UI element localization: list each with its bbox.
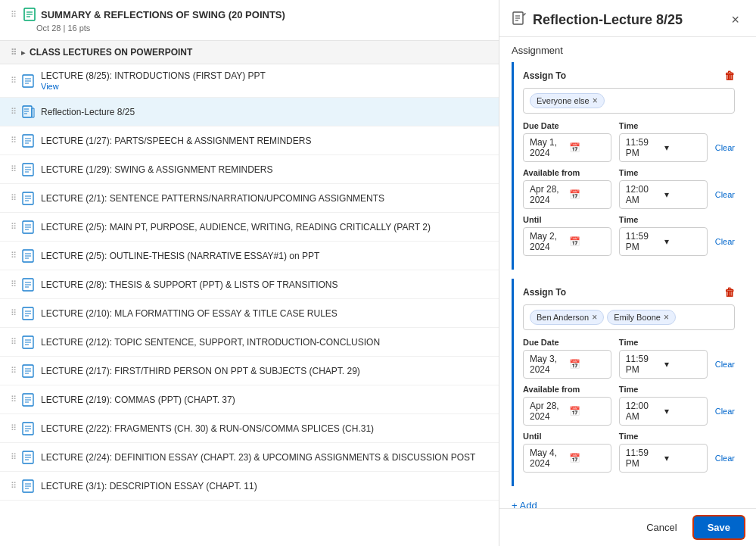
course-item-3[interactable]: ⠿ LECTURE (1/29): SWING & ASSIGNMENT REM… [0, 155, 499, 184]
until-clear-2[interactable]: Clear [715, 454, 735, 463]
course-item-1[interactable]: ⠿ Reflection-Lecture 8/25 [0, 98, 499, 126]
file-icon-12 [21, 422, 35, 435]
right-panel: Reflection-Lecture 8/25 × Assignment Ass… [499, 0, 756, 546]
file-icon-3 [21, 163, 35, 176]
until-time-chevron-2: ▾ [664, 453, 700, 463]
available-from-input-1[interactable]: Apr 28, 2024 📅 [523, 180, 611, 209]
until-label-2: Until [523, 432, 611, 441]
until-input-1[interactable]: May 2, 2024 📅 [523, 227, 611, 256]
drag-handle-item-8: ⠿ [11, 308, 17, 318]
file-icon-5 [21, 220, 35, 234]
item-text-8: LECTURE (2/10): MLA FORMATTING OF ESSAY … [41, 308, 338, 319]
item-text-0: LECTURE (8/25): INTRODUCTIONS (FIRST DAY… [41, 70, 266, 81]
until-row-2: Until May 4, 2024 📅 Time 11:59 PM ▾ Clea… [523, 432, 735, 473]
until-input-2[interactable]: May 4, 2024 📅 [523, 444, 611, 473]
due-date-clear-2[interactable]: Clear [715, 360, 735, 369]
tag-ben-anderson-remove[interactable]: × [592, 312, 597, 323]
tag-emily-boone: Emily Boone × [607, 310, 676, 325]
available-from-time-input-1[interactable]: 12:00 AM ▾ [619, 180, 708, 209]
due-date-col-1: Due Date May 1, 2024 📅 [523, 121, 611, 162]
due-time-label-2: Time [619, 338, 708, 347]
course-item-11[interactable]: ⠿ LECTURE (2/19): COMMAS (PPT) (CHAPT. 3… [0, 385, 499, 414]
available-from-time-input-2[interactable]: 12:00 AM ▾ [619, 397, 708, 426]
course-item-10[interactable]: ⠿ LECTURE (2/17): FIRST/THIRD PERSON ON … [0, 357, 499, 385]
course-item-13[interactable]: ⠿ LECTURE (2/24): DEFINITION ESSAY (CHAP… [0, 443, 499, 472]
due-date-input-1[interactable]: May 1, 2024 📅 [523, 133, 611, 162]
available-from-time-chevron-1: ▾ [664, 189, 700, 200]
assign-block-1-header: Assign To 🗑 [523, 70, 735, 82]
file-icon-11 [21, 393, 35, 407]
due-date-input-2[interactable]: May 3, 2024 📅 [523, 350, 611, 379]
file-icon-10 [21, 364, 35, 378]
course-item-6[interactable]: ⠿ LECTURE (2/5): OUTLINE-THESIS (NARRATI… [0, 242, 499, 270]
summary-title: SUMMARY & REFLECTIONS OF SWING (20 POINT… [41, 9, 285, 20]
until-time-input-2[interactable]: 11:59 PM ▾ [619, 444, 708, 473]
file-icon-13 [21, 451, 35, 464]
drag-handle-item-5: ⠿ [11, 222, 17, 232]
left-panel: ⠿ SUMMARY & REFLECTIONS OF SWING (20 POI… [0, 0, 499, 546]
panel-footer: Cancel Save [499, 508, 756, 546]
available-from-input-2[interactable]: Apr 28, 2024 📅 [523, 397, 611, 426]
due-date-calendar-icon-1[interactable]: 📅 [569, 142, 604, 153]
course-item-0[interactable]: ⠿ LECTURE (8/25): INTRODUCTIONS (FIRST D… [0, 64, 499, 98]
section-label: CLASS LECTURES ON POWERPOINT [30, 47, 192, 58]
drag-handle-item-14: ⠿ [11, 481, 17, 491]
until-time-col-2: Time 11:59 PM ▾ [619, 432, 708, 473]
item-text-14: LECTURE (3/1): DESCRIPTION ESSAY (CHAPT.… [41, 481, 257, 491]
item-text-3: LECTURE (1/29): SWING & ASSIGNMENT REMIN… [41, 164, 273, 175]
close-button[interactable]: × [726, 11, 744, 28]
until-calendar-icon-1[interactable]: 📅 [569, 236, 604, 247]
delete-block-1-icon[interactable]: 🗑 [724, 70, 735, 82]
available-from-clear-1[interactable]: Clear [715, 190, 735, 199]
due-time-input-1[interactable]: 11:59 PM ▾ [619, 133, 708, 162]
drag-handle-item-9: ⠿ [11, 337, 17, 347]
available-from-time-col-2: Time 12:00 AM ▾ [619, 385, 708, 426]
due-time-col-1: Time 11:59 PM ▾ [619, 121, 708, 162]
available-from-time-col-1: Time 12:00 AM ▾ [619, 168, 708, 209]
due-date-label-2: Due Date [523, 338, 611, 347]
available-from-calendar-icon-1[interactable]: 📅 [569, 189, 604, 200]
item-text-10: LECTURE (2/17): FIRST/THIRD PERSON ON PP… [41, 366, 360, 376]
course-item-12[interactable]: ⠿ LECTURE (2/22): FRAGMENTS (CH. 30) & R… [0, 414, 499, 443]
expand-icon[interactable]: ▸ [21, 48, 25, 57]
item-text-9: LECTURE (2/12): TOPIC SENTENCE, SUPPORT,… [41, 337, 380, 348]
file-icon-7 [21, 278, 35, 292]
item-sub-0[interactable]: View [41, 82, 266, 91]
drag-handle-item-13: ⠿ [11, 452, 17, 462]
cancel-button[interactable]: Cancel [637, 517, 686, 538]
due-time-input-2[interactable]: 11:59 PM ▾ [619, 350, 708, 379]
available-from-clear-2[interactable]: Clear [715, 407, 735, 416]
panel-body: Assignment Assign To 🗑 Everyone else × D… [499, 37, 756, 508]
item-text-1: Reflection-Lecture 8/25 [41, 107, 135, 117]
course-item-8[interactable]: ⠿ LECTURE (2/10): MLA FORMATTING OF ESSA… [0, 299, 499, 328]
until-clear-1[interactable]: Clear [715, 237, 735, 246]
item-text-5: LECTURE (2/5): MAIN PT, PURPOSE, AUDIENC… [41, 222, 431, 232]
delete-block-2-icon[interactable]: 🗑 [724, 286, 735, 298]
course-item-14[interactable]: ⠿ LECTURE (3/1): DESCRIPTION ESSAY (CHAP… [0, 472, 499, 501]
course-item-2[interactable]: ⠿ LECTURE (1/27): PARTS/SPEECH & ASSIGNM… [0, 126, 499, 155]
due-time-chevron-1: ▾ [664, 142, 700, 153]
add-assign-button[interactable]: + Add [512, 495, 537, 508]
course-item-7[interactable]: ⠿ LECTURE (2/8): THESIS & SUPPORT (PPT) … [0, 270, 499, 299]
tag-ben-anderson: Ben Anderson × [530, 310, 604, 325]
course-item-4[interactable]: ⠿ LECTURE (2/1): SENTENCE PATTERNS/NARRA… [0, 184, 499, 213]
tag-emily-boone-remove[interactable]: × [664, 312, 669, 323]
course-item-9[interactable]: ⠿ LECTURE (2/12): TOPIC SENTENCE, SUPPOR… [0, 328, 499, 357]
assign-to-field-1[interactable]: Everyone else × [523, 88, 735, 114]
until-time-input-1[interactable]: 11:59 PM ▾ [619, 227, 708, 256]
due-date-clear-1[interactable]: Clear [715, 143, 735, 152]
drag-handle-item-2: ⠿ [11, 136, 17, 145]
assign-to-field-2[interactable]: Ben Anderson × Emily Boone × [523, 304, 735, 330]
until-label-1: Until [523, 215, 611, 224]
drag-handle-item-0: ⠿ [11, 76, 17, 86]
until-calendar-icon-2[interactable]: 📅 [569, 453, 604, 463]
until-col-2: Until May 4, 2024 📅 [523, 432, 611, 473]
file-icon-14 [21, 479, 35, 493]
course-item-5[interactable]: ⠿ LECTURE (2/5): MAIN PT, PURPOSE, AUDIE… [0, 213, 499, 242]
item-text-12: LECTURE (2/22): FRAGMENTS (CH. 30) & RUN… [41, 423, 374, 434]
available-from-calendar-icon-2[interactable]: 📅 [569, 406, 604, 417]
tag-everyone-else-remove[interactable]: × [593, 95, 598, 106]
due-date-calendar-icon-2[interactable]: 📅 [569, 359, 604, 370]
save-button[interactable]: Save [694, 516, 744, 538]
assign-block-1: Assign To 🗑 Everyone else × Due Date May… [512, 62, 744, 270]
